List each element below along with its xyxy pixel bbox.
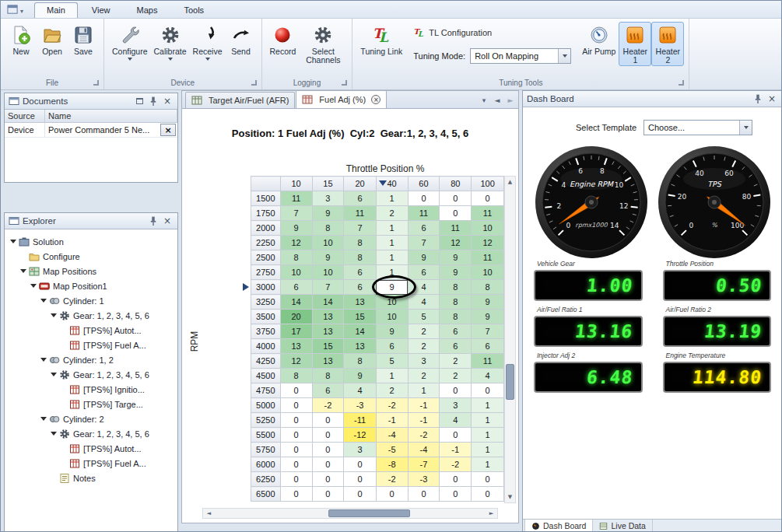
row-header-5750[interactable]: 5750: [251, 443, 281, 457]
cell-2750-80[interactable]: 9: [440, 265, 472, 280]
cell-4250-80[interactable]: 2: [440, 354, 472, 369]
cell-4500-15[interactable]: 8: [312, 369, 344, 383]
row-header-6250[interactable]: 6250: [251, 472, 281, 487]
tree-item-configure[interactable]: Configure: [6, 249, 176, 264]
cell-6000-80[interactable]: -2: [440, 457, 472, 472]
cell-3000-15[interactable]: 7: [312, 280, 344, 295]
cell-3000-40[interactable]: 9: [376, 280, 408, 295]
cell-1500-100[interactable]: 0: [472, 191, 504, 206]
cell-3250-10[interactable]: 14: [280, 295, 312, 310]
cell-6000-60[interactable]: -7: [408, 457, 440, 472]
cell-6500-100[interactable]: 0: [472, 487, 504, 502]
cell-4500-60[interactable]: 2: [408, 369, 440, 383]
column-header-80[interactable]: 80: [440, 177, 472, 191]
group-dialog-launcher-icon[interactable]: [251, 80, 257, 86]
cell-1500-10[interactable]: 11: [280, 191, 312, 206]
cell-4750-15[interactable]: 6: [312, 383, 344, 398]
cell-2000-40[interactable]: 1: [376, 221, 408, 236]
document-close-button[interactable]: ×: [160, 124, 176, 136]
cell-1750-10[interactable]: 7: [280, 206, 312, 221]
expander-expanded-icon[interactable]: [50, 430, 58, 438]
cell-4000-15[interactable]: 15: [312, 339, 344, 354]
cell-3000-100[interactable]: 8: [472, 280, 504, 295]
tree-item-tps-fuel-a[interactable]: [TPS%] Fuel A...: [6, 338, 176, 352]
cell-4500-100[interactable]: 4: [472, 369, 504, 383]
cell-6000-40[interactable]: -8: [376, 457, 408, 472]
documents-restore-icon[interactable]: [133, 96, 146, 107]
column-header-100[interactable]: 100: [472, 177, 504, 191]
tuning-mode-dropdown-icon[interactable]: [558, 49, 570, 63]
cell-3250-20[interactable]: 13: [344, 295, 376, 310]
dashboard-close-icon[interactable]: ×: [766, 93, 778, 105]
cell-5500-80[interactable]: 0: [440, 428, 472, 443]
dashboard-pin-icon[interactable]: [752, 93, 764, 105]
cell-3500-15[interactable]: 13: [312, 310, 344, 324]
row-header-5000[interactable]: 5000: [251, 398, 281, 413]
row-header-2750[interactable]: 2750: [251, 265, 281, 280]
receive-button[interactable]: Receive: [190, 22, 226, 62]
cell-2000-20[interactable]: 7: [344, 221, 376, 236]
configure-button[interactable]: Configure: [109, 22, 151, 62]
cell-4750-60[interactable]: 1: [408, 383, 440, 398]
tab-scroll-left-icon[interactable]: ◄: [492, 95, 503, 106]
row-header-3750[interactable]: 3750: [251, 324, 281, 339]
cell-3750-60[interactable]: 2: [408, 324, 440, 339]
tab-target-air-fuel-afr[interactable]: Target Air/Fuel (AFR): [185, 92, 295, 108]
cell-4000-20[interactable]: 13: [344, 339, 376, 354]
cell-1750-60[interactable]: 11: [408, 206, 440, 221]
app-tab-main[interactable]: Main: [34, 2, 78, 18]
cell-3500-20[interactable]: 15: [344, 310, 376, 324]
heater-1-button[interactable]: Heater 1: [619, 22, 651, 66]
cell-5750-10[interactable]: 0: [280, 443, 312, 457]
record-button[interactable]: Record: [267, 22, 300, 58]
cell-5250-80[interactable]: 4: [440, 413, 472, 428]
row-header-4250[interactable]: 4250: [251, 354, 281, 369]
cell-4500-80[interactable]: 2: [440, 369, 472, 383]
vertical-scroll-track[interactable]: [505, 187, 515, 492]
dashboard-tab-dash-board[interactable]: Dash Board: [524, 520, 593, 532]
tuning-link-button[interactable]: TLTuning Link: [357, 22, 405, 58]
cell-2750-40[interactable]: 1: [376, 265, 408, 280]
cell-4250-15[interactable]: 13: [312, 354, 344, 369]
cell-2250-80[interactable]: 12: [440, 236, 472, 250]
column-header-40[interactable]: 40: [376, 177, 408, 191]
cell-4750-40[interactable]: 2: [376, 383, 408, 398]
cell-2250-60[interactable]: 7: [408, 236, 440, 250]
cell-3250-60[interactable]: 4: [408, 295, 440, 310]
cell-1500-60[interactable]: 0: [408, 191, 440, 206]
cell-3250-40[interactable]: 10: [376, 295, 408, 310]
cell-5750-40[interactable]: -5: [376, 443, 408, 457]
tree-item-gear-1-2-3-4-5-6[interactable]: Gear: 1, 2, 3, 4, 5, 6: [6, 426, 176, 441]
cell-4000-40[interactable]: 6: [376, 339, 408, 354]
group-dialog-launcher-icon[interactable]: [93, 80, 99, 86]
group-dialog-launcher-icon[interactable]: [342, 80, 347, 86]
tree-item-cylinder-2[interactable]: Cylinder: 2: [6, 411, 176, 426]
vertical-scrollbar[interactable]: ▲ ▼: [504, 176, 516, 503]
cell-4750-80[interactable]: 0: [440, 383, 472, 398]
cell-2000-80[interactable]: 11: [440, 221, 472, 236]
cell-3250-80[interactable]: 8: [440, 295, 472, 310]
dashboard-tab-live-data[interactable]: Live Data: [593, 520, 652, 532]
tree-item-gear-1-2-3-4-5-6[interactable]: Gear: 1, 2, 3, 4, 5, 6: [6, 367, 176, 382]
cell-5250-60[interactable]: -1: [408, 413, 440, 428]
cell-1500-20[interactable]: 6: [344, 191, 376, 206]
scroll-down-icon[interactable]: ▼: [505, 492, 515, 502]
tree-item-map-positions[interactable]: Map Positions: [6, 264, 176, 278]
cell-3250-15[interactable]: 14: [312, 295, 344, 310]
documents-close-icon[interactable]: ×: [161, 96, 174, 107]
cell-6250-80[interactable]: 0: [440, 472, 472, 487]
tree-item-cylinder-1[interactable]: Cylinder: 1: [6, 293, 176, 308]
cell-4000-80[interactable]: 6: [440, 339, 472, 354]
cell-5000-40[interactable]: -2: [376, 398, 408, 413]
cell-3750-10[interactable]: 17: [280, 324, 312, 339]
row-header-4750[interactable]: 4750: [251, 383, 281, 398]
cell-2250-15[interactable]: 10: [312, 236, 344, 250]
cell-4500-40[interactable]: 1: [376, 369, 408, 383]
cell-5500-40[interactable]: -4: [376, 428, 408, 443]
open-button[interactable]: Open: [37, 22, 68, 58]
row-header-4500[interactable]: 4500: [251, 369, 281, 383]
cell-6000-10[interactable]: 0: [280, 457, 312, 472]
expander-expanded-icon[interactable]: [40, 415, 47, 423]
row-header-3000[interactable]: 3000: [251, 280, 281, 295]
cell-2500-100[interactable]: 11: [472, 250, 504, 265]
